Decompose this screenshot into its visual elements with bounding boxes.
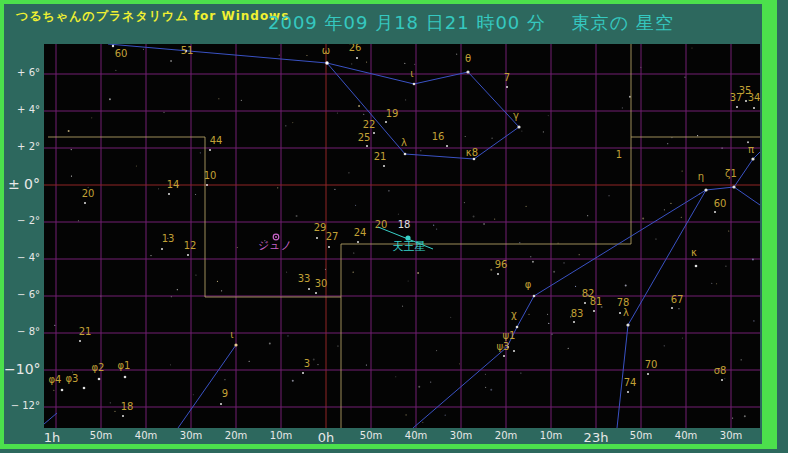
background-star xyxy=(363,114,364,115)
background-star xyxy=(520,373,521,374)
background-star xyxy=(747,141,749,143)
star xyxy=(366,145,368,147)
background-star xyxy=(115,70,116,71)
star-label: 3 xyxy=(304,358,310,369)
background-star xyxy=(195,274,196,275)
star-label: φ4 xyxy=(49,374,62,385)
background-star xyxy=(285,125,286,126)
ra-axis-label: 30m xyxy=(441,430,481,441)
background-star xyxy=(543,131,544,132)
constellation-line xyxy=(468,72,519,127)
ra-axis-label: 1h xyxy=(32,430,72,445)
star-label: 14 xyxy=(167,179,180,190)
background-star xyxy=(353,272,354,273)
background-star xyxy=(78,220,79,221)
star-label: 34 xyxy=(748,92,760,103)
background-star xyxy=(241,100,242,101)
background-star xyxy=(547,314,548,315)
star-label: κ8 xyxy=(466,147,478,158)
background-star xyxy=(445,415,446,416)
background-star xyxy=(732,418,733,419)
chart-title: 2009 年09 月18 日21 時00 分 東京の 星空 xyxy=(268,11,674,35)
background-star xyxy=(402,306,403,307)
dec-axis-label: − 8° xyxy=(4,326,40,337)
ra-axis-label: 40m xyxy=(666,430,706,441)
juno-label: ジュノ xyxy=(258,239,292,252)
star xyxy=(647,373,649,375)
background-star xyxy=(640,67,641,68)
star xyxy=(446,145,448,147)
background-star xyxy=(642,218,644,220)
star-label: 83 xyxy=(571,308,584,319)
star xyxy=(714,211,716,213)
star-label: 70 xyxy=(645,359,658,370)
background-star xyxy=(483,223,485,225)
constellation-line xyxy=(44,413,57,424)
background-star xyxy=(292,380,294,382)
background-star xyxy=(530,256,531,257)
star-label: 19 xyxy=(386,108,399,119)
dec-axis-label: − 6° xyxy=(4,289,40,300)
background-star xyxy=(366,364,367,365)
star xyxy=(671,307,673,309)
background-star xyxy=(681,217,682,218)
background-star xyxy=(279,55,280,56)
juno-symbol-dot xyxy=(275,236,277,238)
star xyxy=(328,246,330,248)
background-star xyxy=(150,255,151,256)
star-label: φ1 xyxy=(118,360,131,371)
background-star xyxy=(68,130,70,132)
background-star xyxy=(744,415,746,417)
background-star xyxy=(721,148,722,149)
background-star xyxy=(110,402,111,403)
star xyxy=(234,343,237,346)
background-star xyxy=(405,99,406,100)
star-label: φ xyxy=(525,279,532,290)
star xyxy=(168,193,170,195)
background-star xyxy=(193,394,194,395)
star xyxy=(513,350,515,352)
star-label: κ xyxy=(691,247,697,258)
background-star xyxy=(684,77,685,78)
background-star xyxy=(485,387,486,388)
dec-axis-label: + 2° xyxy=(4,141,40,152)
constellation-line xyxy=(413,190,706,428)
background-star xyxy=(53,390,54,391)
background-star xyxy=(337,112,338,113)
constellation-line xyxy=(617,190,706,428)
dec-axis-label: − 4° xyxy=(4,252,40,263)
star-label: 30 xyxy=(315,278,328,289)
background-star xyxy=(91,117,92,118)
background-star xyxy=(728,230,729,231)
star-label: 29 xyxy=(314,222,327,233)
dec-axis-label: + 4° xyxy=(4,104,40,115)
background-star xyxy=(109,98,111,100)
background-star xyxy=(237,247,238,248)
constellation-line xyxy=(178,345,236,428)
star xyxy=(593,310,595,312)
star xyxy=(516,326,519,329)
star-label: λ xyxy=(623,307,629,318)
star-chart[interactable]: 605126ωιθ7γλκ81922252116373534πηζ160κ182… xyxy=(44,44,760,428)
background-star xyxy=(741,359,742,360)
background-star xyxy=(217,281,218,282)
star xyxy=(721,379,723,381)
ra-axis-label: 30m xyxy=(711,430,751,441)
window-border-bottom xyxy=(0,444,777,449)
star xyxy=(626,323,629,326)
star xyxy=(533,295,536,298)
background-star xyxy=(670,203,671,204)
star-label: φ3 xyxy=(66,373,79,384)
star-label: ι xyxy=(230,329,234,340)
background-star xyxy=(171,296,172,297)
star-label: π xyxy=(748,144,754,155)
star xyxy=(83,387,86,390)
background-star xyxy=(195,194,196,195)
star xyxy=(61,389,64,392)
background-star xyxy=(114,411,115,412)
background-star xyxy=(433,225,434,226)
background-star xyxy=(532,261,534,263)
background-star xyxy=(753,320,754,321)
star xyxy=(466,70,469,73)
background-star xyxy=(563,262,564,263)
